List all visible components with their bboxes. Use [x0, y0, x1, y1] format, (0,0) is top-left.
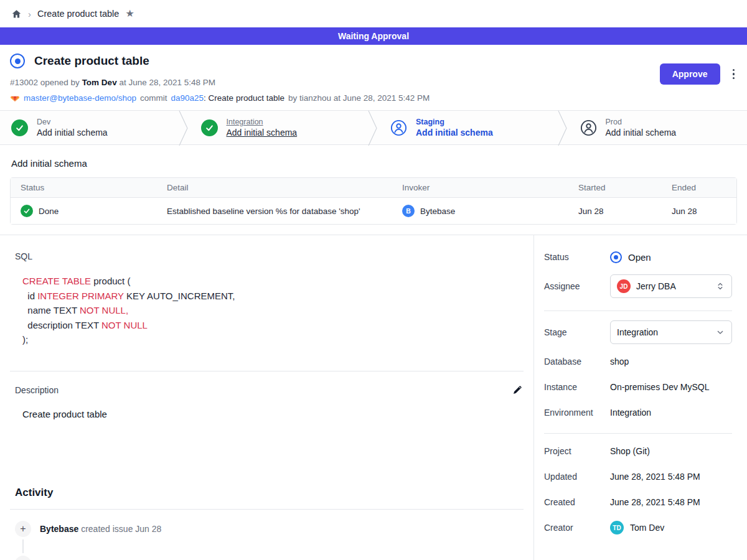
updated-label: Updated	[544, 472, 610, 482]
divider	[544, 433, 732, 434]
col-invoker: Invoker	[392, 178, 568, 198]
col-started: Started	[568, 178, 662, 198]
stage-value: Integration	[617, 327, 710, 337]
task-section: Add initial schema Status Detail Invoker…	[0, 145, 747, 235]
stage-dev[interactable]: Dev Add initial schema	[0, 111, 179, 144]
task-invoker: Bytebase	[420, 207, 455, 216]
environment-value: Integration	[610, 408, 651, 418]
stage-select[interactable]: Integration	[610, 320, 732, 344]
instance-value: On-premises Dev MySQL	[610, 382, 709, 392]
col-ended: Ended	[662, 178, 736, 198]
stage-env-label: Staging	[416, 118, 493, 126]
project-label: Project	[544, 446, 610, 456]
issue-title: Create product table	[34, 54, 149, 68]
assignee-select[interactable]: JD Jerry DBA	[610, 274, 732, 298]
stage-task-label: Add initial schema	[227, 128, 298, 138]
task-done-check-icon	[21, 205, 33, 217]
task-table: Status Detail Invoker Started Ended Done…	[10, 177, 737, 225]
stage-separator	[558, 111, 569, 146]
created-label: Created	[544, 497, 610, 507]
more-options-icon[interactable]	[730, 67, 738, 82]
stage-task-label: Add initial schema	[416, 128, 493, 138]
stage-integration[interactable]: Integration Add initial schema	[190, 111, 369, 144]
timeline-connector	[22, 539, 24, 553]
col-detail: Detail	[157, 178, 392, 198]
task-started: Jun 28	[568, 198, 662, 224]
activity-timeline: + Bytebase created issue Jun 28	[15, 521, 533, 560]
timeline-next-node	[15, 556, 31, 560]
status-label: Status	[544, 252, 610, 262]
project-value: Shop (Git)	[610, 446, 650, 456]
task-ended: Jun 28	[662, 198, 736, 224]
stage-task-label: Add initial schema	[37, 128, 108, 138]
issue-opened-time: at June 28, 2021 5:48 PM	[119, 78, 215, 87]
issue-meta: #13002 opened by Tom Dev at June 28, 202…	[10, 78, 430, 87]
commit-sha-link[interactable]: da90a25	[171, 93, 204, 103]
database-label: Database	[544, 357, 610, 366]
sql-label: SQL	[15, 251, 533, 261]
stage-separator	[179, 111, 190, 146]
stage-done-check-icon	[201, 119, 218, 136]
divider	[544, 310, 732, 311]
main-content: SQL CREATE TABLE product ( id INTEGER PR…	[0, 235, 747, 560]
description-text: Create product table	[22, 409, 533, 419]
status-value: Open	[628, 252, 651, 263]
activity-author: Bytebase	[40, 524, 78, 534]
environment-label: Environment	[544, 408, 610, 418]
assignee-value: Jerry DBA	[636, 281, 710, 291]
edit-description-icon[interactable]	[512, 385, 522, 395]
plus-icon: +	[15, 521, 31, 537]
stage-label: Stage	[544, 327, 610, 337]
created-value: June 28, 2021 5:48 PM	[610, 497, 700, 507]
stage-staging[interactable]: Staging Add initial schema	[379, 111, 558, 144]
assignee-avatar: JD	[617, 279, 631, 293]
stage-done-check-icon	[11, 119, 28, 136]
issue-open-icon	[10, 54, 25, 68]
stage-pending-icon	[580, 119, 597, 136]
stage-prod[interactable]: Prod Add initial schema	[569, 111, 747, 144]
instance-label: Instance	[544, 382, 610, 392]
breadcrumb: › Create product table ★	[0, 0, 747, 27]
home-icon[interactable]	[11, 9, 22, 19]
assignee-label: Assignee	[544, 281, 610, 291]
breadcrumb-chevron-icon: ›	[28, 9, 31, 19]
stage-separator	[368, 111, 379, 146]
invoker-avatar: B	[402, 205, 415, 217]
commit-branch-link[interactable]: master@bytebase-demo/shop	[24, 93, 136, 103]
commit-line: master@bytebase-demo/shop commit da90a25…	[10, 93, 430, 103]
left-panel: SQL CREATE TABLE product ( id INTEGER PR…	[0, 235, 534, 560]
stage-env-label: Prod	[606, 118, 677, 126]
stage-pending-approval-icon	[390, 119, 407, 136]
divider	[10, 509, 524, 510]
description-label: Description	[15, 385, 59, 395]
breadcrumb-page-title: Create product table	[37, 9, 119, 19]
approval-banner-text: Waiting Approval	[338, 31, 409, 41]
activity-action: created issue	[81, 524, 133, 534]
stage-env-label: Integration	[227, 118, 298, 126]
divider	[10, 371, 524, 371]
stage-task-label: Add initial schema	[606, 128, 677, 138]
favorite-star-icon[interactable]: ★	[125, 9, 134, 19]
commit-label: commit	[140, 93, 167, 103]
sidebar: Status Open Assignee JD Jerry DBA Stage …	[534, 235, 747, 560]
task-detail: Established baseline version %s for data…	[157, 198, 392, 224]
approve-button[interactable]: Approve	[660, 63, 720, 85]
activity-heading: Activity	[15, 487, 533, 499]
commit-byline: by tianzhou at June 28, 2021 5:42 PM	[288, 93, 430, 103]
database-value: shop	[610, 357, 629, 366]
issue-author: Tom Dev	[82, 78, 117, 87]
chevron-down-icon	[715, 327, 725, 337]
updown-chevrons-icon	[715, 281, 725, 291]
activity-item: + Bytebase created issue Jun 28	[15, 521, 533, 537]
updated-value: June 28, 2021 5:48 PM	[610, 472, 700, 482]
status-open-icon	[610, 251, 622, 263]
gitlab-icon	[10, 93, 20, 103]
table-row[interactable]: Done Established baseline version %s for…	[11, 198, 736, 224]
issue-id: #13002 opened by	[10, 78, 80, 87]
issue-header: Create product table #13002 opened by To…	[0, 45, 747, 110]
commit-message: : Create product table	[204, 93, 284, 103]
approval-banner: Waiting Approval	[0, 27, 747, 45]
stage-env-label: Dev	[37, 118, 108, 126]
task-heading: Add initial schema	[11, 158, 737, 169]
creator-value: Tom Dev	[630, 523, 664, 533]
